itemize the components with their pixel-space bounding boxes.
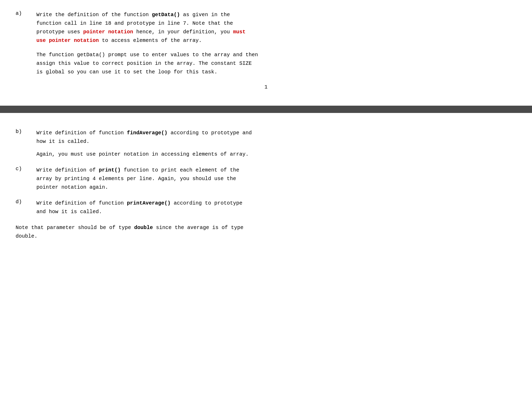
question-a-para2-line3: is global so you can use it to set the l… (36, 69, 217, 75)
question-a-red2: must (233, 29, 245, 35)
question-d-text: Write definition of function printAverag… (36, 199, 516, 216)
question-d-line2: and how it is called. (36, 209, 102, 215)
question-a-para2-line1: The function getData() prompt use to ent… (36, 52, 258, 58)
question-a-red1: pointer notation (83, 29, 133, 35)
question-c-label: c) (16, 166, 36, 192)
question-c-text: Write definition of print() function to … (36, 166, 516, 192)
question-b-text: Write definition of function findAverage… (36, 129, 516, 146)
question-a: a) Write the definition of the function … (16, 10, 516, 76)
question-b-label: b) (16, 129, 36, 158)
question-a-label: a) (16, 10, 36, 76)
question-b-function: findAverage() (127, 130, 167, 136)
bottom-section: b) Write definition of function findAver… (0, 113, 532, 400)
page-number: 1 (16, 84, 516, 90)
question-b-extra: Again, you must use pointer notation in … (36, 150, 516, 158)
note-text: Note that parameter should be of type do… (16, 223, 516, 240)
question-a-content: Write the definition of the function get… (36, 10, 516, 76)
question-a-line2: function call in line 18 and prototype i… (36, 20, 233, 26)
question-a-text4: hence, in your definition, you (133, 29, 233, 35)
note-line1-cont: since the average is of type (153, 225, 243, 231)
question-c-line2: array by printing 4 elements per line. A… (36, 176, 236, 182)
page-divider (0, 106, 532, 113)
note-line1: Note that parameter should be of type (16, 225, 134, 231)
question-b-line2: how it is called. (36, 138, 89, 144)
question-d-function: printAverage() (127, 200, 171, 206)
question-a-para2: The function getData() prompt use to ent… (36, 50, 516, 76)
question-d-label: d) (16, 199, 36, 216)
question-b-line1-cont: according to prototype and (167, 130, 252, 136)
question-c-content: Write definition of print() function to … (36, 166, 516, 192)
question-a-text2: as given in the (180, 12, 230, 18)
question-d: d) Write definition of function printAve… (16, 199, 516, 216)
question-a-text1: Write the definition of the function (36, 12, 152, 18)
question-d-line1-cont: according to prototype (171, 200, 242, 206)
question-c-line3: pointer notation again. (36, 184, 108, 190)
question-b-line1-text: Write definition of function (36, 130, 127, 136)
question-a-text5: to access elements of the array. (99, 37, 202, 43)
note-section: Note that parameter should be of type do… (16, 223, 516, 240)
question-c-line1-text: Write definition of (36, 167, 99, 173)
page: a) Write the definition of the function … (0, 0, 532, 400)
question-a-function: getData() (152, 12, 180, 18)
top-section: a) Write the definition of the function … (0, 0, 532, 103)
question-d-line1-text: Write definition of function (36, 200, 127, 206)
question-c: c) Write definition of print() function … (16, 166, 516, 192)
question-a-line1: Write the definition of the function get… (36, 10, 516, 45)
note-bold: double (134, 225, 153, 231)
question-d-content: Write definition of function printAverag… (36, 199, 516, 216)
question-a-para2-line2: assign this value to correct position in… (36, 60, 252, 66)
question-a-text3: prototype uses (36, 29, 83, 35)
question-b: b) Write definition of function findAver… (16, 129, 516, 158)
question-b-content: Write definition of function findAverage… (36, 129, 516, 158)
question-c-function: print() (99, 167, 121, 173)
question-a-red3: use pointer notation (36, 37, 99, 43)
question-c-line1-cont: function to print each element of the (121, 167, 239, 173)
note-line2: double. (16, 233, 37, 239)
